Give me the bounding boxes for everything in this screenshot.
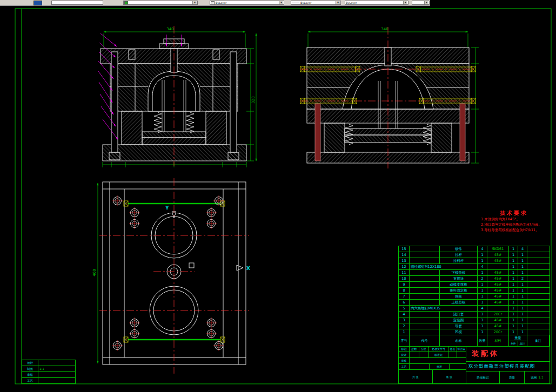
linetype-dropdown[interactable]: ByLayer ▼: [291, 1, 341, 5]
plan-view: Y X 400: [92, 178, 250, 374]
return-spring: [154, 112, 162, 133]
tech-requirement-item: 2.浇口套与定模座板的配合为H7/m6。: [481, 222, 547, 228]
parts-row: 14拉杆145#11: [399, 252, 550, 258]
corner-row: 制图1:1: [22, 366, 75, 372]
parts-list-rows: 15镶件4SKD611414拉杆145#1113拉料杆145#1112圆柱螺钉M…: [399, 246, 550, 335]
header-unit: 单件: [509, 341, 518, 346]
tb-label-zone: 分区: [419, 346, 429, 352]
support-block: [324, 123, 345, 152]
corner-row: 审核: [22, 372, 75, 378]
tb-label-weight: 质量: [500, 371, 525, 383]
tb-label-sheets: 共 张: [399, 370, 433, 383]
drawing-title: 双分型面瓶盖注塑模具装配图: [466, 362, 550, 371]
drawing-canvas[interactable]: 340 320: [0, 0, 556, 392]
dim-front-width: 340: [166, 27, 173, 31]
corner-row: 设计: [22, 360, 75, 366]
chevron-down-icon[interactable]: ▼: [279, 1, 283, 4]
x-axis-label: X: [246, 266, 250, 271]
dim-plan-height: 400: [92, 269, 97, 276]
chevron-down-icon[interactable]: ▼: [336, 1, 340, 4]
header-code: 代号: [410, 335, 440, 346]
parts-row: 9动模支撑板145#11: [399, 282, 550, 288]
tb-label-check: 审核: [399, 358, 410, 363]
tb-label-mark: 标记: [399, 346, 410, 352]
parts-row: 7推板145#11: [399, 294, 550, 300]
tb-label-approve: 批准: [430, 364, 450, 369]
parts-row: 2导套145#11: [399, 323, 550, 329]
tb-label-change-doc: 更改文件号: [429, 346, 449, 352]
layer-state-box[interactable]: [51, 1, 103, 5]
chevron-down-icon[interactable]: ▼: [192, 1, 197, 4]
support-block: [206, 111, 226, 145]
tb-label-sheet-no: 第 张: [433, 370, 466, 383]
layer-dropdown[interactable]: ▼: [123, 1, 198, 5]
tie-rod: [315, 104, 320, 161]
tb-label-date: 年月日: [457, 346, 466, 352]
tb-label-stage: 阶段标记: [466, 371, 500, 383]
corner-row: 工艺: [22, 378, 75, 383]
properties-toolbar: ▼ ByLayer ▼ ByLayer ▼ ByLayer ▼ ▼: [0, 0, 430, 6]
current-color-swatch: [211, 1, 215, 5]
side-section-view: 340: [300, 27, 479, 168]
header-weight-group: 重量 单件 总计: [509, 335, 527, 346]
front-section-view: 340 320: [98, 26, 256, 167]
parts-row: 6上模垫板145#11: [399, 300, 550, 306]
parts-row: 8推杆固定板145#11: [399, 288, 550, 294]
parts-row: 11下模垫板145#11: [399, 270, 550, 276]
parts-list-header: 序号 代号 名称 数量 材料 重量 单件 总计 备注: [399, 335, 550, 346]
parts-row: 10支撑块245#12: [399, 276, 550, 282]
support-block: [122, 111, 142, 145]
parts-row: 13拉料杆145#11: [399, 258, 550, 264]
header-name: 名称: [440, 335, 478, 346]
y-axis-label: Y: [165, 205, 169, 211]
slide-bar: [305, 67, 356, 72]
tb-label-count: 处数: [410, 346, 419, 352]
title-block: 标记 处数 分区 更改文件号 签名 年月日 设计 标准化 审核 工艺 批准 共 …: [398, 346, 550, 384]
linetype-sample: [292, 3, 299, 3]
x-axis-arrow-icon: [237, 265, 243, 271]
header-weight: 重量: [509, 335, 527, 341]
bottom-clamp-plate: [103, 145, 246, 161]
dim-side-width: 340: [381, 27, 388, 31]
layer-color-swatch: [124, 1, 128, 5]
tie-rod: [460, 104, 465, 161]
title-block-revision-area: 标记 处数 分区 更改文件号 签名 年月日 设计 标准化 审核 工艺 批准 共 …: [399, 346, 466, 383]
parts-list: 15镶件4SKD611414拉杆145#1113拉料杆145#1112圆柱螺钉M…: [398, 246, 550, 347]
technical-requirements: 技术要求 1.未注倒角均为1X45°。2.浇口套与定模座板的配合为H7/m6。3…: [481, 209, 547, 233]
technical-requirements-title: 技术要求: [481, 209, 547, 217]
parts-row: 4浇口套120Cr11: [399, 312, 550, 317]
tb-label-design: 设计: [399, 352, 410, 357]
tb-label-sign: 签名: [448, 346, 457, 352]
part-name: 装配体: [466, 346, 550, 362]
layers-icon[interactable]: [34, 1, 42, 5]
tech-requirement-item: 3.导柱导套与模板的配合为H7/k11。: [481, 228, 547, 233]
color-dropdown[interactable]: ByLayer ▼: [210, 1, 284, 5]
parts-row: 12圆柱螺钉M12X180411: [399, 264, 550, 270]
tb-label-process: 工艺: [399, 364, 410, 369]
tb-label-standard: 标准化: [429, 352, 449, 357]
color-value: ByLayer: [216, 1, 226, 4]
linetype-value: ByLayer: [300, 1, 311, 4]
tech-requirement-item: 1.未注倒角均为1X45°。: [481, 217, 547, 222]
scale-value: 1:1: [539, 376, 544, 379]
title-block-name-area: 装配体 双分型面瓶盖注塑模具装配图 阶段标记 质量 比例 1:1: [466, 346, 550, 383]
parts-row: 15镶件4SKD6114: [399, 246, 550, 252]
parts-row: 1凹模120Cr11: [399, 329, 550, 335]
guide-pillar: [230, 52, 237, 152]
chevron-down-icon[interactable]: ▼: [424, 1, 428, 4]
parts-row: 3定位圈145#11: [399, 317, 550, 323]
chevron-down-icon[interactable]: ▼: [403, 1, 407, 4]
slide-bar: [420, 67, 471, 72]
lineweight-dropdown[interactable]: ByLayer ▼: [345, 1, 408, 5]
lineweight-value: ByLayer: [346, 1, 357, 4]
support-block: [431, 123, 452, 152]
tb-scale: 比例 1:1: [525, 371, 550, 383]
return-spring: [186, 112, 194, 133]
header-qty: 数量: [478, 335, 487, 346]
parts-row: 5内六角螺钉M8X35411: [399, 306, 550, 312]
header-total: 总计: [518, 341, 527, 346]
technical-requirements-items: 1.未注倒角均为1X45°。2.浇口套与定模座板的配合为H7/m6。3.导柱导套…: [481, 217, 547, 233]
header-remark: 备注: [527, 335, 550, 346]
dim-front-height: 320: [251, 96, 256, 103]
plot-style-box[interactable]: ▼: [412, 1, 430, 5]
